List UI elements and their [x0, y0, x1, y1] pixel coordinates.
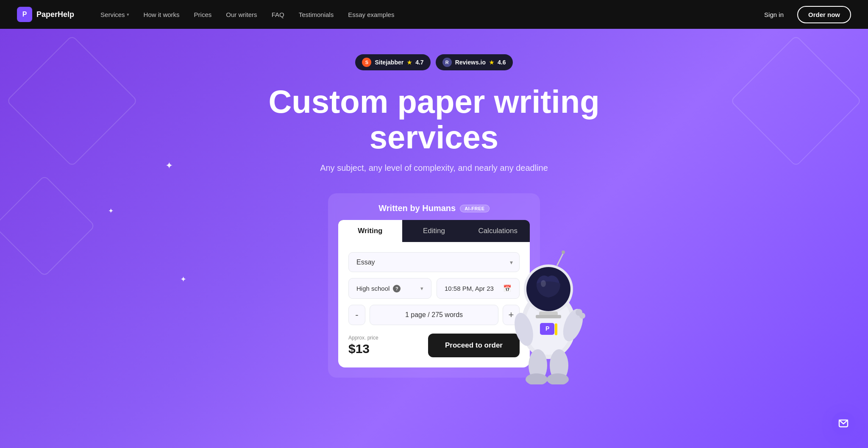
academic-level-button[interactable]: High school ? ▾	[348, 278, 431, 299]
svg-point-19	[547, 373, 569, 384]
svg-point-9	[541, 280, 546, 287]
svg-rect-20	[539, 312, 558, 316]
deco-diamond-left-bottom	[0, 175, 95, 277]
cta-row: Approx. price $13 Proceed to order	[348, 334, 520, 357]
sitejabber-score: 4.7	[415, 59, 423, 66]
svg-point-13	[559, 306, 587, 344]
tab-editing[interactable]: Editing	[402, 220, 466, 242]
envelope-icon	[838, 418, 849, 429]
order-card: Written by Humans AI-FREE Writing Editin…	[328, 193, 540, 378]
help-icon: ?	[393, 285, 401, 292]
svg-text:P: P	[545, 325, 549, 332]
hero-section: ✦ ✦ ✦ S Sitejabber ★ 4.7 R Reviews.io ★ …	[0, 29, 868, 448]
nav-prices[interactable]: Prices	[188, 8, 218, 22]
nav-how-it-works[interactable]: How it works	[138, 8, 186, 22]
proceed-to-order-button[interactable]: Proceed to order	[428, 334, 520, 357]
order-now-button[interactable]: Order now	[797, 6, 851, 23]
deco-diamond-left-top	[6, 35, 138, 167]
sitejabber-icon: S	[362, 58, 371, 67]
logo[interactable]: P PaperHelp	[17, 7, 74, 22]
price-block: Approx. price $13	[348, 335, 378, 356]
star-decoration-2: ✦	[108, 207, 114, 215]
chevron-down-icon: ▾	[420, 285, 423, 292]
chevron-down-icon: ▾	[127, 12, 129, 17]
chat-bubble-button[interactable]	[832, 412, 855, 435]
reviewsio-score: 4.6	[498, 59, 506, 66]
hero-subtitle: Any subject, any level of complexity, an…	[320, 163, 548, 173]
star-decoration-1: ✦	[165, 160, 173, 171]
sign-in-button[interactable]: Sign in	[757, 8, 790, 22]
nav-actions: Sign in Order now	[757, 6, 851, 23]
pages-display: 1 page / 275 words	[370, 305, 498, 325]
approx-price-label: Approx. price	[348, 335, 378, 341]
paper-type-group: Essay Research paper Term paper Disserta…	[348, 252, 520, 272]
deco-diamond-right-top	[730, 35, 862, 167]
pages-counter-row: - 1 page / 275 words +	[348, 305, 520, 325]
card-title: Written by Humans AI-FREE	[338, 203, 530, 213]
reviewsio-label: Reviews.io	[455, 59, 486, 66]
price-value: $13	[348, 342, 378, 356]
reviewsio-badge: R Reviews.io ★ 4.6	[436, 54, 513, 70]
star-icon-1: ★	[407, 59, 412, 66]
nav-links: Services ▾ How it works Prices Our write…	[95, 8, 757, 22]
svg-line-10	[557, 253, 563, 266]
svg-point-14	[576, 309, 582, 316]
star-decoration-3: ✦	[180, 275, 186, 284]
svg-point-17	[550, 349, 568, 381]
svg-rect-4	[555, 323, 557, 335]
service-tabs: Writing Editing Calculations	[338, 220, 530, 242]
logo-text: PaperHelp	[36, 10, 74, 19]
reviewsio-icon: R	[442, 58, 452, 67]
deadline-button[interactable]: 10:58 PM, Apr 23 📅	[437, 278, 520, 299]
tab-writing[interactable]: Writing	[338, 220, 402, 242]
order-form: Essay Research paper Term paper Disserta…	[338, 242, 530, 367]
logo-icon: P	[17, 7, 32, 22]
nav-essay-examples[interactable]: Essay examples	[342, 8, 400, 22]
nav-testimonials[interactable]: Testimonials	[293, 8, 340, 22]
paper-type-select[interactable]: Essay Research paper Term paper Disserta…	[348, 252, 520, 272]
svg-point-11	[562, 250, 565, 254]
level-label: High school	[356, 285, 389, 292]
deadline-label: 10:58 PM, Apr 23	[445, 285, 494, 292]
calendar-icon: 📅	[503, 284, 512, 292]
tab-calculations[interactable]: Calculations	[466, 220, 530, 242]
svg-rect-2	[540, 323, 554, 335]
hero-title: Custom paper writing services	[201, 84, 667, 155]
nav-writers[interactable]: Our writers	[220, 8, 263, 22]
sitejabber-label: Sitejabber	[375, 59, 403, 66]
paper-type-wrapper: Essay Research paper Term paper Disserta…	[348, 252, 520, 272]
level-deadline-row: High school ? ▾ 10:58 PM, Apr 23 📅	[348, 278, 520, 299]
svg-point-15	[579, 313, 585, 319]
ratings-bar: S Sitejabber ★ 4.7 R Reviews.io ★ 4.6	[355, 54, 512, 70]
nav-services[interactable]: Services ▾	[95, 8, 135, 22]
order-card-wrapper: Written by Humans AI-FREE Writing Editin…	[328, 193, 540, 378]
decrease-pages-button[interactable]: -	[348, 305, 365, 325]
navbar: P PaperHelp Services ▾ How it works Pric…	[0, 0, 868, 29]
ai-free-badge: AI-FREE	[460, 205, 490, 212]
star-icon-2: ★	[489, 59, 494, 66]
sitejabber-badge: S Sitejabber ★ 4.7	[355, 54, 430, 70]
svg-point-8	[544, 275, 559, 294]
increase-pages-button[interactable]: +	[503, 305, 520, 325]
nav-faq[interactable]: FAQ	[266, 8, 290, 22]
